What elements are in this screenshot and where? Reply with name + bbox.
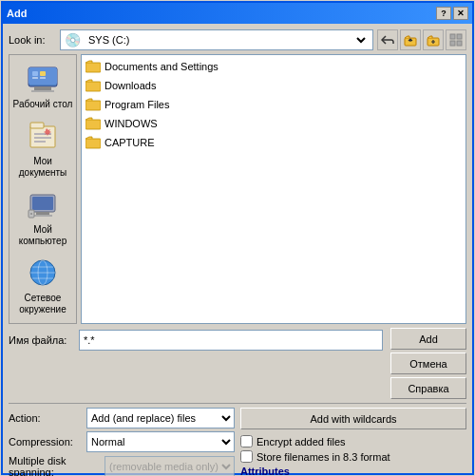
list-item[interactable]: WINDOWS [84, 114, 464, 133]
file-item-name: CAPTURE [104, 137, 155, 148]
add-button[interactable]: Add [390, 328, 466, 350]
svg-rect-22 [33, 215, 52, 217]
svg-rect-15 [30, 123, 44, 128]
action-select[interactable]: Add (and replace) files Update (and add)… [86, 408, 235, 428]
network-icon [26, 257, 60, 291]
sidebar-item-my-computer[interactable]: Мой компьютер [10, 184, 76, 251]
multiple-disk-label: Multiple disk spanning: [9, 455, 101, 476]
store-83-row: Store filenames in 8.3 format [240, 450, 466, 463]
up-folder-button[interactable] [400, 29, 421, 50]
svg-rect-34 [86, 139, 101, 148]
dialog-content: Look in: 💿 SYS (C:) [3, 24, 472, 473]
titlebar-buttons: ? ✕ [436, 7, 468, 20]
action-buttons: Add Отмена Справка [390, 328, 466, 399]
folder-icon [86, 134, 101, 151]
folder-icon [86, 96, 101, 113]
svg-rect-30 [86, 63, 101, 72]
close-titlebar-button[interactable]: ✕ [453, 7, 468, 20]
sidebar-item-network-label: Сетевое окружение [11, 293, 74, 315]
compression-label: Compression: [9, 436, 83, 447]
folder-icon [86, 58, 101, 75]
svg-rect-31 [86, 82, 101, 91]
help-button[interactable]: Справка [390, 377, 466, 399]
svg-rect-14 [30, 126, 55, 147]
sidebar-item-desktop[interactable]: Рабочий стол [10, 59, 76, 114]
cancel-button[interactable]: Отмена [390, 352, 466, 374]
compression-select[interactable]: Normal Store Fastest Fast Good Best [86, 431, 235, 452]
list-item[interactable]: Program Files [84, 95, 464, 114]
back-button[interactable] [377, 29, 398, 50]
sidebar-item-my-docs-label: Мои документы [11, 156, 74, 179]
list-item[interactable]: Documents and Settings [84, 57, 464, 76]
bottom-section: Action: Add (and replace) files Update (… [9, 403, 466, 476]
file-item-name: Downloads [104, 80, 156, 91]
filename-input[interactable] [79, 330, 383, 351]
my-docs-icon [26, 120, 60, 154]
look-in-label: Look in: [9, 34, 56, 46]
attributes-title: Attributes [240, 466, 466, 476]
compression-row: Compression: Normal Store Fastest Fast G… [9, 431, 235, 452]
titlebar: Add ? ✕ [3, 3, 472, 24]
svg-rect-5 [457, 41, 462, 46]
filename-area: Имя файла: Add Отмена Справка [9, 328, 466, 399]
svg-rect-8 [34, 86, 51, 90]
sidebar-item-network[interactable]: Сетевое окружение [10, 253, 76, 319]
encrypt-checkbox[interactable] [240, 435, 253, 447]
filename-row: Имя файла: [9, 330, 383, 351]
add-dialog: Add ? ✕ Look in: 💿 SYS (C:) [1, 1, 474, 475]
dialog-title: Add [7, 8, 27, 19]
svg-rect-13 [40, 77, 46, 79]
look-in-row: Look in: 💿 SYS (C:) [9, 29, 466, 50]
folder-icon [86, 77, 101, 94]
filename-label: Имя файла: [9, 334, 75, 346]
drive-icon: 💿 [65, 32, 81, 48]
list-item[interactable]: CAPTURE [84, 133, 464, 152]
action-label: Action: [9, 412, 83, 424]
list-item[interactable]: Downloads [84, 76, 464, 95]
sidebar-item-my-docs[interactable]: Мои документы [10, 116, 76, 182]
sidebar-item-desktop-label: Рабочий стол [13, 99, 73, 110]
svg-rect-3 [457, 34, 462, 39]
main-area: Рабочий стол [9, 54, 466, 324]
multiple-disk-select: (removable media only) [104, 456, 235, 476]
svg-rect-33 [86, 120, 101, 129]
store-83-checkbox[interactable] [240, 450, 253, 463]
encrypt-label: Encrypt added files [256, 436, 346, 447]
svg-rect-12 [40, 71, 46, 76]
svg-rect-9 [31, 90, 54, 92]
look-in-select[interactable]: SYS (C:) [85, 33, 369, 47]
multiple-disk-row: Multiple disk spanning: (removable media… [9, 455, 235, 476]
svg-rect-10 [32, 71, 38, 76]
svg-point-24 [30, 213, 32, 215]
svg-rect-20 [32, 197, 53, 210]
svg-rect-11 [32, 77, 38, 79]
svg-rect-21 [36, 212, 49, 215]
bottom-left: Action: Add (and replace) files Update (… [9, 408, 235, 476]
store-83-label: Store filenames in 8.3 format [256, 451, 390, 463]
action-row: Action: Add (and replace) files Update (… [9, 408, 235, 428]
my-computer-icon [26, 188, 60, 222]
left-panel: Рабочий стол [9, 54, 77, 324]
svg-rect-2 [450, 34, 455, 39]
folder-icon [86, 115, 101, 132]
file-item-name: Documents and Settings [104, 61, 218, 72]
add-wildcards-button[interactable]: Add with wildcards [240, 408, 466, 429]
file-item-name: WINDOWS [104, 118, 158, 129]
view-button[interactable] [446, 29, 466, 50]
toolbar-buttons [377, 29, 466, 50]
encrypt-row: Encrypt added files [240, 435, 466, 447]
sidebar-item-my-computer-label: Мой компьютер [11, 224, 74, 247]
bottom-right: Add with wildcards Encrypt added files S… [240, 408, 466, 476]
file-list[interactable]: Documents and Settings Downloads Program… [81, 54, 466, 324]
file-item-name: Program Files [104, 99, 169, 110]
svg-rect-32 [86, 101, 101, 110]
help-titlebar-button[interactable]: ? [436, 7, 451, 20]
look-in-combo[interactable]: 💿 SYS (C:) [60, 29, 373, 50]
svg-rect-4 [450, 41, 455, 46]
filename-form: Имя файла: [9, 328, 383, 351]
desktop-icon [26, 63, 60, 97]
new-folder-button[interactable] [423, 29, 444, 50]
